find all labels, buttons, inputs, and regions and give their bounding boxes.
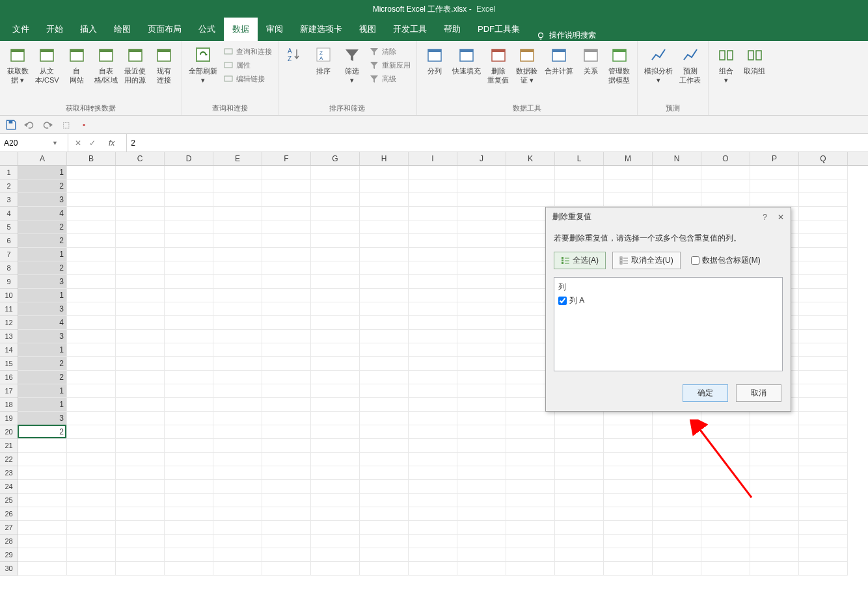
row-header-14[interactable]: 14	[0, 343, 18, 357]
col-header-F[interactable]: F	[262, 152, 311, 165]
cell-E25[interactable]	[213, 494, 262, 507]
cell-M25[interactable]	[604, 494, 653, 507]
row-header-28[interactable]: 28	[0, 535, 18, 548]
cell-C24[interactable]	[116, 480, 165, 494]
cell-C6[interactable]	[116, 234, 165, 248]
cell-F27[interactable]	[262, 521, 311, 535]
cell-F25[interactable]	[262, 494, 311, 507]
cell-E24[interactable]	[213, 480, 262, 494]
cell-D11[interactable]	[165, 302, 213, 316]
data-has-headers-checkbox[interactable]: 数据包含标题(M)	[691, 255, 761, 266]
column-a-item[interactable]: 列 A	[558, 295, 778, 306]
cell-G15[interactable]	[311, 357, 360, 371]
cell-F12[interactable]	[262, 316, 311, 330]
cell-Q29[interactable]	[799, 548, 848, 562]
cell-O19[interactable]	[701, 412, 750, 425]
cell-P23[interactable]	[750, 466, 799, 480]
tab-插入[interactable]: 插入	[72, 18, 105, 41]
dialog-close-button[interactable]: ✕	[778, 213, 784, 222]
col-header-B[interactable]: B	[67, 152, 116, 165]
cell-B3[interactable]	[67, 193, 116, 207]
cell-C3[interactable]	[116, 193, 165, 207]
save-button[interactable]	[5, 119, 17, 131]
cell-Q15[interactable]	[799, 357, 848, 371]
cell-I22[interactable]	[409, 453, 457, 466]
cell-F18[interactable]	[262, 398, 311, 412]
col-header-P[interactable]: P	[750, 152, 799, 165]
cell-M29[interactable]	[604, 548, 653, 562]
cell-E26[interactable]	[213, 507, 262, 521]
cell-I16[interactable]	[409, 371, 457, 384]
cell-C9[interactable]	[116, 275, 165, 289]
cell-H18[interactable]	[360, 398, 409, 412]
cell-D2[interactable]	[165, 179, 213, 193]
cell-N28[interactable]	[653, 535, 701, 548]
cell-E13[interactable]	[213, 330, 262, 343]
cell-I14[interactable]	[409, 343, 457, 357]
touch-mode-button[interactable]: ⬚	[60, 119, 72, 131]
cell-F4[interactable]	[262, 207, 311, 220]
cell-H29[interactable]	[360, 548, 409, 562]
g2-item-0[interactable]: 查询和连接	[221, 46, 274, 57]
cell-F26[interactable]	[262, 507, 311, 521]
cell-B10[interactable]	[67, 289, 116, 302]
cell-Q30[interactable]	[799, 562, 848, 576]
cell-F16[interactable]	[262, 371, 311, 384]
cell-E16[interactable]	[213, 371, 262, 384]
g4-btn-2[interactable]: 删除 重复值	[485, 43, 512, 86]
g4-btn-0[interactable]: 分列	[421, 43, 448, 77]
cell-C1[interactable]	[116, 166, 165, 179]
cell-P19[interactable]	[750, 412, 799, 425]
cell-H4[interactable]	[360, 207, 409, 220]
cell-D10[interactable]	[165, 289, 213, 302]
cell-Q28[interactable]	[799, 535, 848, 548]
cell-C2[interactable]	[116, 179, 165, 193]
cell-F2[interactable]	[262, 179, 311, 193]
cell-E5[interactable]	[213, 220, 262, 234]
cell-Q16[interactable]	[799, 371, 848, 384]
cell-I8[interactable]	[409, 261, 457, 275]
cell-C10[interactable]	[116, 289, 165, 302]
col-header-G[interactable]: G	[311, 152, 360, 165]
row-header-27[interactable]: 27	[0, 521, 18, 535]
cell-N2[interactable]	[653, 179, 701, 193]
cell-G4[interactable]	[311, 207, 360, 220]
cell-H25[interactable]	[360, 494, 409, 507]
dialog-help-button[interactable]: ?	[763, 213, 767, 222]
cell-A7[interactable]: 1	[18, 248, 67, 261]
row-header-24[interactable]: 24	[0, 480, 18, 494]
cell-A18[interactable]: 1	[18, 398, 67, 412]
cell-D20[interactable]	[165, 425, 213, 439]
cell-L27[interactable]	[555, 521, 604, 535]
cell-I13[interactable]	[409, 330, 457, 343]
cell-I5[interactable]	[409, 220, 457, 234]
cell-C16[interactable]	[116, 371, 165, 384]
cell-C5[interactable]	[116, 220, 165, 234]
cell-P28[interactable]	[750, 535, 799, 548]
cell-H24[interactable]	[360, 480, 409, 494]
unselect-all-button[interactable]: 取消全选(U)	[612, 252, 681, 269]
cell-H13[interactable]	[360, 330, 409, 343]
cell-Q20[interactable]	[799, 425, 848, 439]
col-header-N[interactable]: N	[653, 152, 701, 165]
g2-item-2[interactable]: 编辑链接	[221, 73, 274, 85]
cell-E4[interactable]	[213, 207, 262, 220]
cell-C25[interactable]	[116, 494, 165, 507]
cell-P3[interactable]	[750, 193, 799, 207]
cell-I2[interactable]	[409, 179, 457, 193]
row-header-9[interactable]: 9	[0, 275, 18, 289]
cell-E8[interactable]	[213, 261, 262, 275]
cell-C4[interactable]	[116, 207, 165, 220]
column-a-checkbox[interactable]	[558, 297, 567, 305]
ok-button[interactable]: 确定	[683, 384, 728, 402]
cell-F14[interactable]	[262, 343, 311, 357]
cell-G13[interactable]	[311, 330, 360, 343]
cell-P24[interactable]	[750, 480, 799, 494]
cell-J25[interactable]	[457, 494, 506, 507]
cell-Q12[interactable]	[799, 316, 848, 330]
cell-N20[interactable]	[653, 425, 701, 439]
cell-E15[interactable]	[213, 357, 262, 371]
cell-B6[interactable]	[67, 234, 116, 248]
cell-B11[interactable]	[67, 302, 116, 316]
cell-C28[interactable]	[116, 535, 165, 548]
